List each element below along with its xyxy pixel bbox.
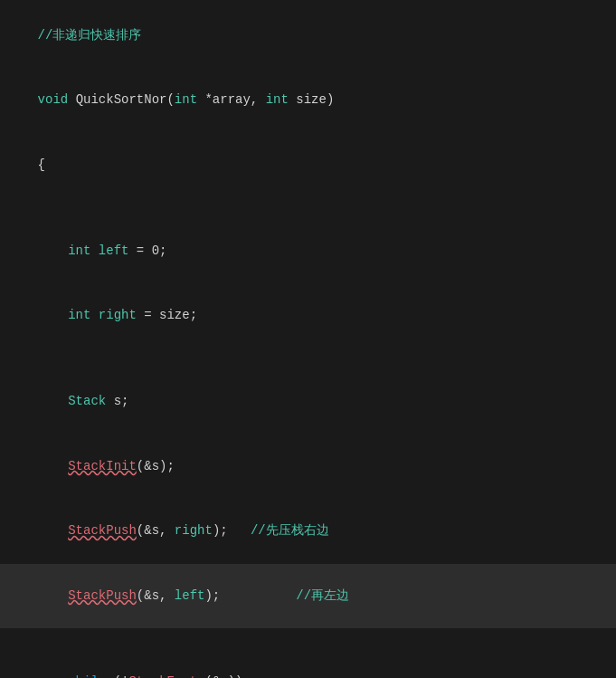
comment-text: //非递归快速排序 (38, 28, 142, 43)
line-3: { (0, 133, 616, 197)
code-block: //非递归快速排序 void QuickSortNor(int *array, … (0, 0, 616, 678)
line-10: StackPush(&s, right); //先压栈右边 (0, 499, 616, 563)
line-6: int right = size; (0, 283, 616, 348)
line-11: StackPush(&s, left); //再左边 (0, 564, 616, 628)
line-5: int left = 0; (0, 219, 616, 283)
line-2: void QuickSortNor(int *array, int size) (0, 68, 616, 132)
line-7 (0, 349, 616, 370)
line-13: while (!StackEmpty(&s)) (0, 650, 616, 678)
line-8: Stack s; (0, 370, 616, 434)
line-1: //非递归快速排序 (0, 4, 616, 68)
line-9: StackInit(&s); (0, 434, 616, 499)
line-12 (0, 628, 616, 650)
line-4 (0, 197, 616, 219)
